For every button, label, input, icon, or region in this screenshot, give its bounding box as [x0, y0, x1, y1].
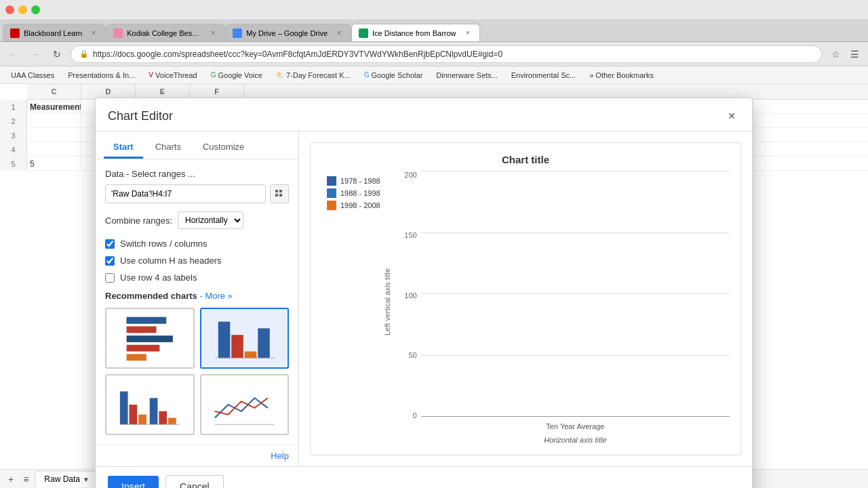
forward-button[interactable]: →	[27, 46, 43, 62]
cell-c4[interactable]	[27, 142, 81, 157]
bars-container	[421, 171, 730, 433]
bookmark-scholar-label: Google Scholar	[371, 71, 422, 79]
sheet-tab-raw-data[interactable]: Raw Data ▼	[35, 471, 98, 487]
browser-titlebar	[0, 0, 868, 20]
more-charts-link[interactable]: - More »	[199, 291, 232, 301]
row-num-3: 3	[0, 128, 27, 142]
use-column-h-row: Use column H as headers	[105, 256, 289, 266]
chart-thumb-line[interactable]	[200, 374, 290, 435]
col-header-f: F	[190, 84, 244, 99]
tab-gdrive[interactable]: My Drive – Google Drive ×	[225, 24, 351, 41]
bookmark-uaa[interactable]: UAA Classes	[5, 70, 60, 81]
tab-charts[interactable]: Charts	[146, 137, 191, 159]
chart-title-text: Chart title	[321, 154, 730, 165]
tab-blackboard-close[interactable]: ×	[89, 28, 98, 38]
window-minimize-button[interactable]	[18, 5, 27, 14]
browser-tabs-bar: Blackboard Learn × Kodiak College Best P…	[0, 20, 868, 42]
insert-button[interactable]: Insert	[108, 476, 159, 488]
col-header-c: C	[27, 84, 81, 99]
tab-kodiak-close[interactable]: ×	[208, 28, 218, 38]
chart-legend: 1978 - 1988 1988 - 1998 1998 - 2008	[321, 171, 380, 444]
cell-c1[interactable]: Measurement 2	[27, 100, 81, 114]
bookmark-star-button[interactable]: ☆	[827, 46, 844, 62]
y-val-50: 50	[408, 351, 416, 359]
sheet-tab-raw-data-arrow: ▼	[83, 476, 90, 483]
col-header-e: E	[136, 84, 190, 99]
dialog-title: Chart Editor	[108, 109, 173, 123]
scholar-icon: G	[364, 71, 370, 79]
bookmark-scholar[interactable]: G Google Scholar	[359, 70, 429, 81]
chart-content-area: 1978 - 1988 1988 - 1998 1998 - 2008	[321, 171, 730, 444]
googlevoice-icon: G	[211, 71, 216, 79]
bookmark-googlevoice[interactable]: G Google Voice	[205, 70, 268, 81]
legend-item-0: 1978 - 1988	[327, 176, 380, 186]
window-close-button[interactable]	[5, 5, 14, 14]
grid-icon	[275, 189, 284, 199]
chart-thumb-vertical-bar[interactable]	[200, 308, 290, 369]
cell-c2[interactable]	[27, 114, 81, 128]
tab-gdrive-close[interactable]: ×	[334, 28, 344, 38]
tab-ice[interactable]: Ice Distance from Barrow ×	[351, 24, 479, 41]
dialog-close-button[interactable]: ×	[724, 108, 740, 124]
grouped-bar-chart-preview	[109, 378, 191, 431]
help-link[interactable]: Help	[271, 451, 289, 461]
bookmark-environmental[interactable]: Environmental Sc...	[506, 70, 581, 81]
cancel-button[interactable]: Cancel	[165, 475, 224, 488]
bookmark-other[interactable]: » Other Bookmarks	[584, 70, 659, 81]
svg-rect-24	[159, 411, 167, 425]
svg-rect-11	[127, 326, 157, 333]
legend-color-0	[327, 176, 336, 186]
cell-c3[interactable]	[27, 128, 81, 142]
data-range-row	[105, 184, 289, 203]
switch-rows-cols-checkbox[interactable]	[105, 239, 115, 249]
blackboard-favicon	[10, 28, 20, 38]
tab-start[interactable]: Start	[104, 137, 143, 159]
window-maximize-button[interactable]	[31, 5, 40, 14]
tab-customize[interactable]: Customize	[193, 137, 254, 159]
tab-kodiak[interactable]: Kodiak College Best Practices... ×	[106, 24, 225, 41]
use-row-4-label[interactable]: Use row 4 as labels	[120, 272, 197, 283]
address-bar[interactable]: 🔒 https://docs.google.com/spreadsheet/cc…	[71, 45, 822, 63]
bookmark-forecast-label: 7-Day Forecast K...	[286, 71, 351, 79]
legend-label-1: 1988 - 1998	[340, 189, 380, 197]
data-range-grid-button[interactable]	[270, 184, 289, 203]
chart-axes-and-bars: 200 150 100 50 0	[394, 171, 730, 433]
y-axis-label: Left vertical axis title	[380, 171, 394, 433]
y-axis: 200 150 100 50 0	[394, 171, 421, 433]
add-sheet-button[interactable]: +	[5, 472, 16, 486]
bookmark-presentations[interactable]: Presentations & In...	[62, 70, 140, 81]
bookmark-forecast[interactable]: ⛅ 7-Day Forecast K...	[271, 70, 356, 81]
chart-thumbs-grid	[105, 308, 289, 435]
use-column-h-label[interactable]: Use column H as headers	[120, 256, 222, 266]
tab-blackboard[interactable]: Blackboard Learn ×	[3, 24, 106, 41]
back-button[interactable]: ←	[5, 46, 22, 62]
combine-ranges-select[interactable]: Horizontally Vertically	[178, 211, 243, 229]
data-range-input[interactable]	[105, 184, 266, 203]
legend-item-2: 1998 - 2008	[327, 201, 380, 210]
all-sheets-button[interactable]: ≡	[20, 472, 31, 486]
legend-item-1: 1988 - 1998	[327, 188, 380, 198]
svg-rect-12	[127, 336, 173, 342]
combine-ranges-row: Combine ranges: Horizontally Vertically	[105, 211, 289, 229]
cell-c5[interactable]: 5	[27, 157, 81, 171]
menu-button[interactable]: ☰	[846, 46, 863, 62]
tab-ice-close[interactable]: ×	[463, 28, 473, 38]
address-text: https://docs.google.com/spreadsheet/ccc?…	[93, 49, 813, 59]
switch-rows-cols-label[interactable]: Switch rows / columns	[120, 239, 208, 249]
chart-thumb-grouped-bar[interactable]	[105, 374, 195, 435]
bookmark-dinnerware[interactable]: Dinnerware Sets...	[431, 70, 502, 81]
bookmark-presentations-label: Presentations & In...	[68, 71, 135, 79]
tab-kodiak-label: Kodiak College Best Practices...	[127, 29, 201, 37]
chart-preview-area: Chart title 1978 - 1988 1988 -	[310, 142, 741, 455]
dialog-header: Chart Editor ×	[96, 98, 752, 131]
svg-rect-15	[218, 322, 230, 359]
reload-button[interactable]: ↻	[49, 46, 65, 62]
y-val-150: 150	[404, 231, 416, 239]
bookmark-voicethread[interactable]: V VoiceThread	[143, 70, 202, 81]
use-column-h-checkbox[interactable]	[105, 256, 115, 266]
use-row-4-checkbox[interactable]	[105, 273, 115, 283]
dialog-left-panel: Start Charts Customize Data - Select ran…	[96, 131, 299, 466]
chart-thumb-horizontal-bar[interactable]	[105, 308, 195, 369]
recommended-title: Recommended charts - More »	[105, 291, 289, 301]
voicethread-icon: V	[149, 71, 153, 79]
